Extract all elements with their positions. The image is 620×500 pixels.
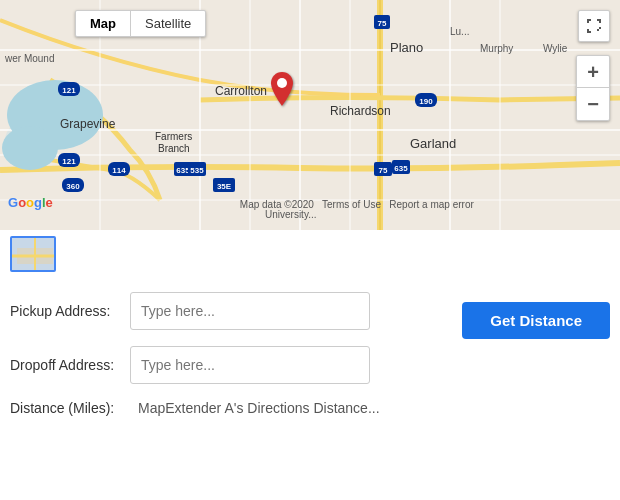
pickup-address-label: Pickup Address:	[10, 303, 130, 319]
distance-value: MapExtender A's Directions Distance...	[138, 400, 380, 416]
map-container: 75 635 75 121 121 535 35E 114 190 360	[0, 0, 620, 230]
google-logo: Google	[8, 195, 53, 210]
svg-text:75: 75	[378, 19, 387, 28]
svg-text:114: 114	[112, 166, 126, 175]
map-zoom-controls: + −	[576, 55, 610, 121]
map-type-map-button[interactable]: Map	[76, 11, 131, 36]
map-zoom-out-button[interactable]: −	[577, 88, 609, 120]
svg-text:Farmers: Farmers	[155, 131, 192, 142]
map-zoom-in-button[interactable]: +	[577, 56, 609, 88]
svg-text:121: 121	[62, 157, 76, 166]
svg-point-54	[277, 78, 287, 88]
svg-text:Grapevine: Grapevine	[60, 117, 116, 131]
map-fullscreen-button[interactable]	[578, 10, 610, 42]
svg-text:Murphy: Murphy	[480, 43, 513, 54]
svg-text:University...: University...	[265, 209, 317, 220]
svg-text:535: 535	[190, 166, 204, 175]
fullscreen-icon	[586, 18, 602, 34]
map-thumbnail-strip	[0, 230, 620, 272]
thumbnail-map-image	[12, 238, 56, 272]
svg-text:Wylie: Wylie	[543, 43, 568, 54]
svg-text:Garland: Garland	[410, 136, 456, 151]
distance-label: Distance (Miles):	[10, 400, 130, 416]
svg-text:Plano: Plano	[390, 40, 423, 55]
svg-point-19	[2, 126, 58, 170]
svg-text:35E: 35E	[217, 182, 232, 191]
svg-text:121: 121	[62, 86, 76, 95]
terms-of-use-link[interactable]: Terms of Use	[322, 199, 381, 210]
form-section: Pickup Address: Dropoff Address: Distanc…	[0, 272, 620, 416]
map-type-satellite-button[interactable]: Satellite	[131, 11, 205, 36]
dropoff-address-input[interactable]	[130, 346, 370, 384]
map-attribution: Map data ©2020 Terms of Use Report a map…	[240, 199, 474, 210]
dropoff-address-label: Dropoff Address:	[10, 357, 130, 373]
svg-text:Richardson: Richardson	[330, 104, 391, 118]
svg-text:wer Mound: wer Mound	[4, 53, 54, 64]
svg-text:75: 75	[379, 166, 388, 175]
svg-text:360: 360	[66, 182, 80, 191]
pickup-address-input[interactable]	[130, 292, 370, 330]
report-map-error-link[interactable]: Report a map error	[389, 199, 473, 210]
svg-text:Lu...: Lu...	[450, 26, 469, 37]
get-distance-button[interactable]: Get Distance	[462, 302, 610, 339]
map-thumbnail[interactable]	[10, 236, 56, 272]
svg-text:635: 635	[394, 164, 408, 173]
svg-text:190: 190	[419, 97, 433, 106]
distance-row: Distance (Miles): MapExtender A's Direct…	[10, 400, 610, 416]
map-location-marker	[271, 72, 293, 111]
map-type-bar: Map Satellite	[75, 10, 206, 37]
dropoff-address-row: Dropoff Address:	[10, 346, 610, 384]
svg-text:Carrollton: Carrollton	[215, 84, 267, 98]
svg-text:Branch: Branch	[158, 143, 190, 154]
